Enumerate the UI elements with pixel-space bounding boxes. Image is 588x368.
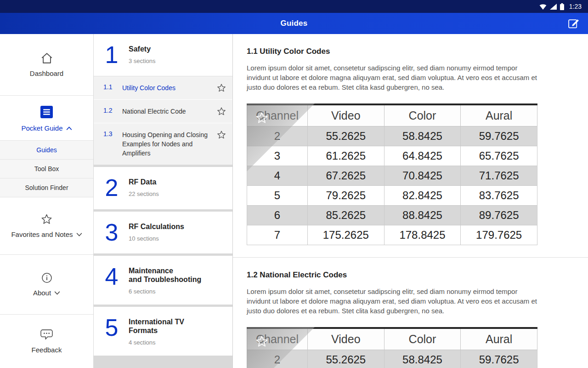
status-bar: 1:23 xyxy=(0,0,588,13)
sidebar-item-pocket-guide[interactable]: Pocket Guide xyxy=(0,96,93,140)
signal-icon xyxy=(550,4,557,10)
table-cell: 175.2625 xyxy=(308,225,384,245)
section-title: National Electric Code xyxy=(122,107,211,116)
sidebar-item-favorites-and-notes[interactable]: Favorites and Notes xyxy=(0,197,93,255)
chapter-list: 1Safety3 sections1.1Utility Color Codes1… xyxy=(94,34,233,368)
table-cell: 64.8425 xyxy=(384,146,461,166)
sidebar-item-feedback[interactable]: Feedback xyxy=(0,315,93,368)
chapter-sections-count: 10 sections xyxy=(129,235,184,242)
table-cell: 2 xyxy=(247,126,308,146)
table-cell: 83.7625 xyxy=(461,186,537,206)
content-section-heading: 1.2 National Electric Codes xyxy=(247,270,553,280)
chapter-card-head[interactable]: 4Maintenance and Troubleshooting6 sectio… xyxy=(94,256,232,305)
table-cell: 58.8425 xyxy=(384,350,461,368)
sidebar-group-pocket-guide: Pocket Guide Guides Tool Box Solution Fi… xyxy=(0,96,93,197)
favorite-star-icon[interactable] xyxy=(217,107,226,116)
content-section-heading: 1.1 Utility Color Codes xyxy=(247,47,553,56)
sidebar-item-guides[interactable]: Guides xyxy=(0,140,93,159)
table-cell: 178.8425 xyxy=(384,225,461,245)
chapter-sections-count: 22 sections xyxy=(129,190,159,197)
section-number: 1.2 xyxy=(103,107,116,114)
favorite-star-icon[interactable] xyxy=(217,83,226,92)
chevron-down-icon xyxy=(76,233,82,236)
chapter-number: 4 xyxy=(103,265,120,288)
home-icon xyxy=(40,52,53,64)
section-title: Housing Opening and Closing Examples for… xyxy=(122,130,211,158)
chapter-card-head[interactable]: 3RF Calculations10 sections xyxy=(94,212,232,253)
app-bar: Guides xyxy=(0,13,588,34)
chapter-card-head[interactable]: 5International TV Formats4 sections xyxy=(94,307,232,356)
table-cell: 7 xyxy=(247,225,308,245)
table-cell: 79.2625 xyxy=(308,186,384,206)
content-scroll: 1.1 Utility Color CodesLorem ipsum dolor… xyxy=(233,34,588,368)
chapter-title: Maintenance and Troubleshooting xyxy=(129,266,201,284)
channel-frequency-table: ChannelVideoColorAural255.262558.842559.… xyxy=(247,327,537,368)
info-icon xyxy=(41,272,52,283)
chapter-title: RF Data xyxy=(129,178,159,186)
chapter-text: RF Data22 sections xyxy=(129,177,159,197)
edit-button[interactable] xyxy=(567,17,580,29)
data-table-wrap: ChannelVideoColorAural255.262558.842559.… xyxy=(247,327,537,368)
wifi-icon xyxy=(539,4,547,10)
section-row[interactable]: 1.2National Electric Code xyxy=(94,100,232,123)
table-cell: 6 xyxy=(247,206,308,225)
table-row: 579.262582.842583.7625 xyxy=(247,186,537,206)
section-rows: 1.1Utility Color Codes1.2National Electr… xyxy=(94,76,232,165)
table-row: 685.262588.842589.7625 xyxy=(247,206,537,225)
chapter-text: International TV Formats4 sections xyxy=(129,316,184,346)
sidebar-item-label: About xyxy=(33,289,51,297)
chapter-number: 3 xyxy=(103,221,120,244)
table-header-cell: Video xyxy=(308,104,384,126)
channel-frequency-table: ChannelVideoColorAural255.262558.842559.… xyxy=(247,104,537,245)
table-cell: 55.2625 xyxy=(308,126,384,146)
table-header-cell: Aural xyxy=(461,328,537,350)
sidebar-item-label: Pocket Guide xyxy=(21,124,62,132)
chapter-title: International TV Formats xyxy=(129,317,184,335)
chapter-text: Safety3 sections xyxy=(129,44,156,64)
sidebar: Dashboard Pocket Guide Guides Tool Box xyxy=(0,34,94,368)
chapter-card: 5International TV Formats4 sections xyxy=(94,307,232,356)
section-number: 1.3 xyxy=(103,130,116,138)
sidebar-item-tool-box[interactable]: Tool Box xyxy=(0,159,93,178)
table-cell: 67.2625 xyxy=(308,166,384,186)
sidebar-item-solution-finder[interactable]: Solution Finder xyxy=(0,178,93,197)
main-area: Dashboard Pocket Guide Guides Tool Box xyxy=(0,34,588,368)
table-cell: 88.8425 xyxy=(384,206,461,225)
table-cell: 85.2625 xyxy=(308,206,384,225)
screen: 1:23 Guides Dashboard xyxy=(0,0,588,368)
table-header-cell: Aural xyxy=(461,104,537,126)
table-row: 467.262570.842571.7625 xyxy=(247,166,537,186)
chapter-card-head[interactable]: 2RF Data22 sections xyxy=(94,167,232,209)
favorite-star-icon[interactable] xyxy=(217,130,226,139)
content-section: 1.2 National Electric CodesLorem ipsum d… xyxy=(233,257,588,368)
table-header-cell: Color xyxy=(384,104,461,126)
table-cell: 59.7625 xyxy=(461,350,537,368)
chevron-down-icon xyxy=(54,291,60,295)
sidebar-item-dashboard[interactable]: Dashboard xyxy=(0,34,93,96)
table-cell: 71.7625 xyxy=(461,166,537,186)
sidebar-item-about[interactable]: About xyxy=(0,255,93,315)
section-number: 1.1 xyxy=(103,83,116,91)
battery-icon xyxy=(560,3,564,10)
star-icon xyxy=(41,213,52,225)
table-favorite-star-icon[interactable] xyxy=(255,111,268,124)
table-cell: 55.2625 xyxy=(308,350,384,368)
section-title: Utility Color Codes xyxy=(122,83,211,92)
chapter-card-head[interactable]: 1Safety3 sections xyxy=(94,34,232,76)
chapter-number: 2 xyxy=(103,177,120,199)
chapter-card: 4Maintenance and Troubleshooting6 sectio… xyxy=(94,256,232,305)
table-header-cell: Video xyxy=(308,328,384,350)
content-section-paragraph: Lorem ipsum dolor sit amet, consetetur s… xyxy=(247,287,537,316)
page-title: Guides xyxy=(0,19,588,28)
section-row[interactable]: 1.3Housing Opening and Closing Examples … xyxy=(94,123,232,165)
table-header-cell: Color xyxy=(384,328,461,350)
menu-icon xyxy=(40,106,53,118)
table-cell: 58.8425 xyxy=(384,126,461,146)
table-row: 255.262558.842559.7625 xyxy=(247,126,537,146)
section-row[interactable]: 1.1Utility Color Codes xyxy=(94,76,232,100)
chapter-number: 5 xyxy=(103,316,120,339)
table-row: 255.262558.842559.7625 xyxy=(247,350,537,368)
table-favorite-star-icon[interactable] xyxy=(255,335,268,348)
chapter-text: Maintenance and Troubleshooting6 section… xyxy=(129,265,201,295)
table-cell: 4 xyxy=(247,166,308,186)
